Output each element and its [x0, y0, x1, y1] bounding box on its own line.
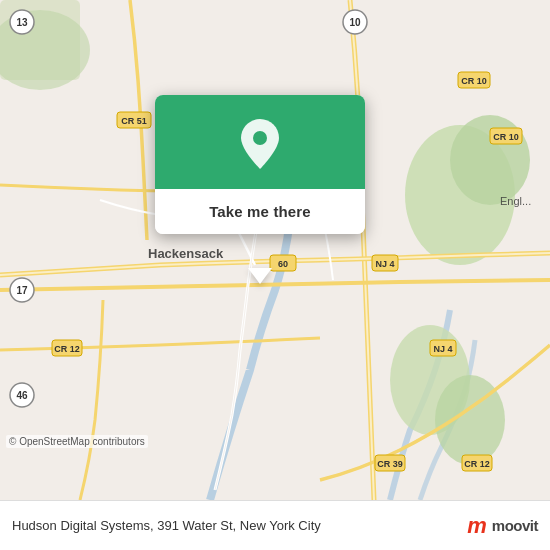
svg-text:46: 46 — [16, 390, 28, 401]
osm-credit: © OpenStreetMap contributors — [6, 435, 148, 448]
svg-text:60: 60 — [278, 259, 288, 269]
svg-text:CR 12: CR 12 — [464, 459, 490, 469]
svg-text:CR 39: CR 39 — [377, 459, 403, 469]
svg-text:CR 10: CR 10 — [493, 132, 519, 142]
take-me-there-button[interactable]: Take me there — [155, 189, 365, 234]
svg-text:CR 10: CR 10 — [461, 76, 487, 86]
moovit-m-letter: m — [467, 513, 487, 539]
location-text: Hudson Digital Systems, 391 Water St, Ne… — [12, 518, 321, 533]
svg-text:Hackensack: Hackensack — [148, 246, 224, 261]
location-popup: Take me there — [155, 95, 365, 234]
location-pin-icon — [237, 117, 283, 171]
svg-text:CR 12: CR 12 — [54, 344, 80, 354]
moovit-logo: m moovit — [467, 513, 538, 539]
svg-text:10: 10 — [349, 17, 361, 28]
svg-point-37 — [253, 131, 267, 145]
svg-text:17: 17 — [16, 285, 28, 296]
popup-arrow — [248, 268, 272, 284]
svg-text:Engl...: Engl... — [500, 195, 531, 207]
popup-header — [155, 95, 365, 189]
svg-text:NJ 4: NJ 4 — [375, 259, 394, 269]
info-bar: Hudson Digital Systems, 391 Water St, Ne… — [0, 500, 550, 550]
svg-text:13: 13 — [16, 17, 28, 28]
svg-text:NJ 4: NJ 4 — [433, 344, 452, 354]
svg-text:CR 51: CR 51 — [121, 116, 147, 126]
moovit-wordmark: moovit — [492, 517, 538, 534]
map: CR 51 CR 51 CR 10 CR 10 NJ 4 NJ 4 13 10 … — [0, 0, 550, 500]
